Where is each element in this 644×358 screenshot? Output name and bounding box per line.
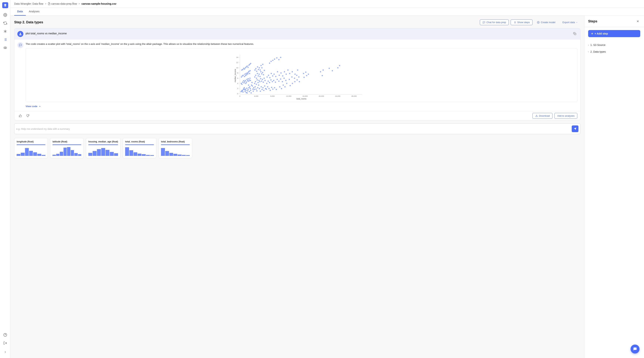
svg-point-66 — [247, 90, 248, 92]
svg-point-58 — [244, 87, 245, 88]
svg-point-159 — [263, 74, 264, 75]
show-steps-button[interactable]: Show steps — [511, 19, 532, 25]
scatter-chart: median_income 0 2 4 6 8 10 12 14 — [30, 51, 574, 100]
model-icon — [537, 21, 540, 24]
svg-point-164 — [257, 66, 258, 68]
user-message: plot total_rooms vs median_income — [14, 28, 580, 39]
svg-point-132 — [262, 87, 264, 88]
download-button[interactable]: Download — [532, 113, 553, 119]
col-bar — [71, 150, 74, 156]
breadcrumb-root[interactable]: Data Wrangler: Data flow — [14, 2, 43, 5]
step-item-s3-source[interactable]: › 1. S3 Source — [588, 42, 640, 48]
svg-point-230 — [320, 71, 321, 73]
step-item-data-types[interactable]: › 2. Data types — [588, 48, 640, 55]
svg-point-118 — [248, 67, 249, 68]
column-card-latitude-title: latitude (float) — [52, 140, 81, 143]
col-bar — [52, 155, 56, 156]
thumbs-down-button[interactable] — [25, 113, 31, 119]
step-item-s3-source-label: 1. S3 Source — [590, 43, 606, 46]
content-area: Step 2. Data types Chat for data prep Sh… — [10, 16, 644, 358]
svg-point-222 — [292, 71, 293, 73]
svg-point-203 — [284, 78, 285, 79]
nav-item-settings[interactable] — [2, 11, 9, 19]
nav-expand-btn[interactable] — [2, 348, 9, 356]
step-chevron-icon: › — [588, 44, 589, 46]
chat-input-area[interactable] — [14, 123, 580, 134]
svg-point-74 — [250, 92, 252, 94]
svg-point-102 — [245, 75, 246, 76]
svg-point-215 — [299, 81, 300, 82]
breadcrumb-flow[interactable]: canvas-data-prep.flow — [51, 2, 77, 5]
step-item-data-types-label: 2. Data types — [590, 50, 606, 53]
add-step-button[interactable]: + + Add step — [588, 30, 640, 37]
nav-item-list[interactable] — [2, 36, 9, 43]
svg-point-67 — [248, 89, 249, 90]
svg-point-177 — [274, 87, 275, 88]
send-button[interactable] — [572, 125, 578, 132]
svg-text:14: 14 — [236, 56, 238, 58]
svg-point-240 — [274, 59, 275, 60]
add-to-analyses-button[interactable]: Add to analyses — [554, 113, 577, 119]
svg-text:12,000: 12,000 — [286, 95, 291, 97]
ai-message: The code creates a scatter plot with 'to… — [14, 39, 580, 111]
svg-point-160 — [264, 70, 265, 71]
nav-item-compare[interactable] — [2, 44, 9, 51]
col-bar — [88, 153, 92, 156]
svg-point-142 — [259, 81, 260, 82]
chat-input[interactable] — [16, 127, 570, 130]
svg-point-212 — [292, 83, 293, 84]
svg-point-238 — [270, 61, 272, 62]
svg-text:6: 6 — [237, 77, 238, 79]
app-logo — [2, 2, 8, 8]
svg-point-198 — [284, 86, 286, 87]
view-code-button[interactable]: View code — [26, 104, 41, 108]
column-card-longitude: longitude (float) — [14, 138, 48, 158]
svg-point-189 — [269, 77, 271, 78]
nav-item-asterisk[interactable] — [2, 28, 9, 35]
flow-file-icon — [48, 2, 50, 5]
chat-for-data-prep-button[interactable]: Chat for data prep — [480, 19, 509, 25]
col-bar — [37, 154, 41, 156]
chart-area: median_income 0 2 4 6 8 10 12 14 — [30, 51, 574, 100]
col-bar — [106, 150, 110, 156]
col-bar — [97, 149, 101, 156]
svg-text:4: 4 — [237, 82, 238, 84]
svg-point-188 — [268, 75, 269, 76]
col-bar — [146, 155, 150, 156]
col-bar — [74, 153, 78, 156]
col-bar — [170, 153, 173, 156]
svg-point-0 — [5, 14, 6, 15]
svg-point-72 — [250, 88, 251, 89]
chat-container: plot total_rooms vs median_income The co… — [14, 28, 580, 120]
floating-chat-icon — [633, 347, 637, 351]
svg-point-95 — [249, 78, 251, 79]
column-histogram-total-bedrooms — [161, 146, 190, 156]
svg-point-183 — [272, 81, 273, 82]
svg-point-146 — [262, 81, 264, 83]
svg-point-210 — [287, 69, 288, 71]
svg-point-196 — [281, 88, 282, 89]
thumbs-up-button[interactable] — [17, 113, 23, 119]
svg-point-226 — [306, 75, 308, 76]
svg-point-227 — [303, 73, 304, 74]
svg-point-219 — [296, 75, 298, 76]
svg-point-216 — [289, 79, 290, 80]
close-steps-button[interactable]: ✕ — [635, 19, 640, 24]
create-model-button[interactable]: Create model — [534, 19, 558, 25]
tab-analyses[interactable]: Analyses — [26, 8, 42, 16]
column-bar-line — [125, 144, 154, 145]
column-card-total-bedrooms-title: total_bedrooms (float) — [161, 140, 190, 143]
svg-point-125 — [256, 90, 258, 92]
svg-point-167 — [260, 69, 261, 71]
svg-point-143 — [260, 78, 262, 79]
copy-button[interactable] — [572, 31, 577, 36]
tab-data[interactable]: Data — [14, 8, 26, 16]
export-data-button[interactable]: Export data — [560, 19, 581, 25]
column-card-latitude: latitude (float) — [50, 138, 84, 158]
floating-chat-button[interactable] — [630, 345, 640, 354]
svg-point-153 — [258, 75, 259, 77]
nav-item-logout[interactable] — [2, 339, 9, 347]
nav-item-sync[interactable] — [2, 19, 9, 27]
svg-point-200 — [278, 81, 280, 82]
nav-item-help[interactable] — [2, 331, 9, 339]
